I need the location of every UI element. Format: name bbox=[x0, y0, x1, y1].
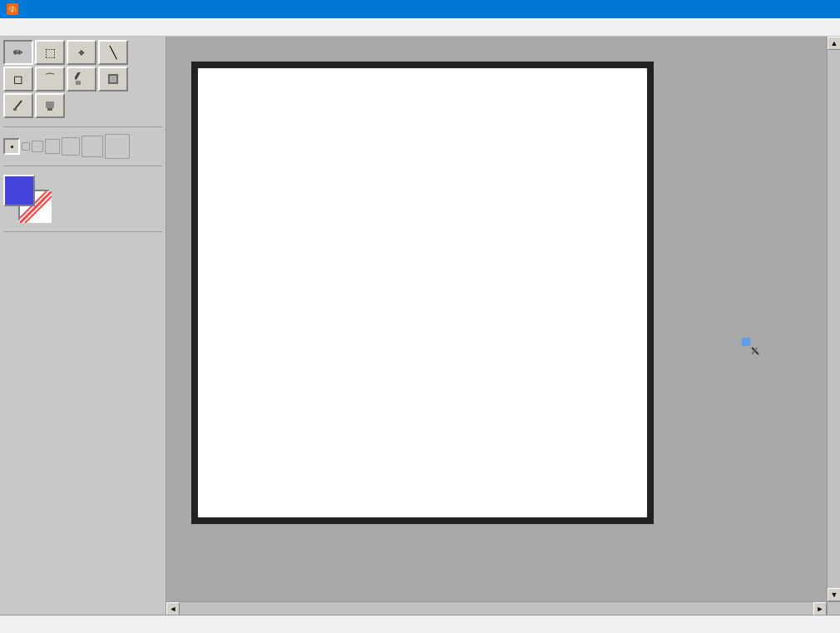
curve-tool[interactable]: ⌒ bbox=[35, 67, 65, 91]
titlebar-controls bbox=[760, 0, 833, 18]
brush-size-1[interactable] bbox=[22, 142, 30, 151]
separator-2 bbox=[3, 166, 162, 166]
svg-rect-0 bbox=[76, 81, 81, 85]
v-scroll-track[interactable] bbox=[828, 50, 840, 588]
fill-bg-tool[interactable] bbox=[98, 67, 128, 91]
canvas-area: ▲ ▼ ◄ ► bbox=[166, 37, 840, 615]
svg-rect-6 bbox=[46, 101, 54, 108]
select-rect-tool[interactable]: ⬚ bbox=[35, 40, 65, 65]
line-tool[interactable]: ╲ bbox=[98, 40, 128, 65]
svg-line-14 bbox=[752, 348, 758, 354]
vertical-scrollbar[interactable]: ▲ ▼ bbox=[827, 37, 840, 601]
stamp-tool[interactable] bbox=[35, 93, 65, 118]
brush-indicator bbox=[3, 138, 20, 155]
scroll-corner bbox=[827, 602, 840, 615]
canvas-inner[interactable] bbox=[166, 37, 827, 601]
svg-rect-7 bbox=[47, 108, 52, 111]
brush-size-6[interactable] bbox=[105, 134, 130, 159]
scroll-right-button[interactable]: ► bbox=[813, 602, 827, 615]
titlebar: 🎨 bbox=[0, 0, 840, 18]
brush-size-2[interactable] bbox=[32, 141, 43, 152]
h-scroll-track[interactable] bbox=[180, 602, 813, 615]
color-display bbox=[3, 175, 62, 223]
brush-size-4[interactable] bbox=[62, 137, 80, 156]
sprite-canvas[interactable] bbox=[198, 68, 647, 517]
sprite-border bbox=[191, 62, 654, 524]
svg-rect-13 bbox=[742, 338, 750, 346]
separator-3 bbox=[3, 231, 162, 232]
maximize-button[interactable] bbox=[785, 0, 808, 18]
brush-size-3[interactable] bbox=[45, 139, 60, 154]
lasso-tool[interactable]: ⌖ bbox=[67, 40, 96, 65]
canvas-padding bbox=[166, 37, 827, 601]
svg-rect-3 bbox=[110, 76, 116, 82]
brush-sizes bbox=[22, 134, 130, 159]
svg-line-4 bbox=[15, 101, 22, 109]
eyedropper-tool[interactable] bbox=[3, 93, 33, 118]
rect-tool[interactable]: ◻ bbox=[3, 67, 33, 91]
toolbar: ✏ ⬚ ⌖ ╲ ◻ ⌒ bbox=[0, 37, 166, 615]
scroll-down-button[interactable]: ▼ bbox=[828, 588, 840, 601]
scroll-up-button[interactable]: ▲ bbox=[828, 37, 840, 50]
tool-grid: ✏ ⬚ ⌖ ╲ ◻ ⌒ bbox=[3, 40, 162, 118]
svg-rect-1 bbox=[75, 72, 82, 80]
close-button[interactable] bbox=[810, 0, 833, 18]
cursor-indicator bbox=[740, 336, 760, 358]
svg-rect-5 bbox=[13, 108, 17, 111]
brush-size-5[interactable] bbox=[82, 136, 103, 157]
fill-color-tool[interactable] bbox=[67, 67, 96, 91]
foreground-color-swatch[interactable] bbox=[3, 175, 35, 206]
separator-1 bbox=[3, 126, 162, 127]
brush-row bbox=[3, 132, 162, 161]
app-icon: 🎨 bbox=[7, 3, 18, 15]
statusbar bbox=[0, 615, 840, 633]
pencil-tool[interactable]: ✏ bbox=[3, 40, 33, 65]
horizontal-scrollbar[interactable]: ◄ ► bbox=[166, 601, 840, 615]
menubar bbox=[0, 18, 840, 37]
scroll-left-button[interactable]: ◄ bbox=[166, 602, 180, 615]
main-content: ✏ ⬚ ⌖ ╲ ◻ ⌒ bbox=[0, 37, 840, 615]
svg-line-15 bbox=[752, 348, 757, 354]
canvas-row: ▲ ▼ bbox=[166, 37, 840, 601]
titlebar-left: 🎨 bbox=[7, 3, 23, 15]
minimize-button[interactable] bbox=[760, 0, 783, 18]
